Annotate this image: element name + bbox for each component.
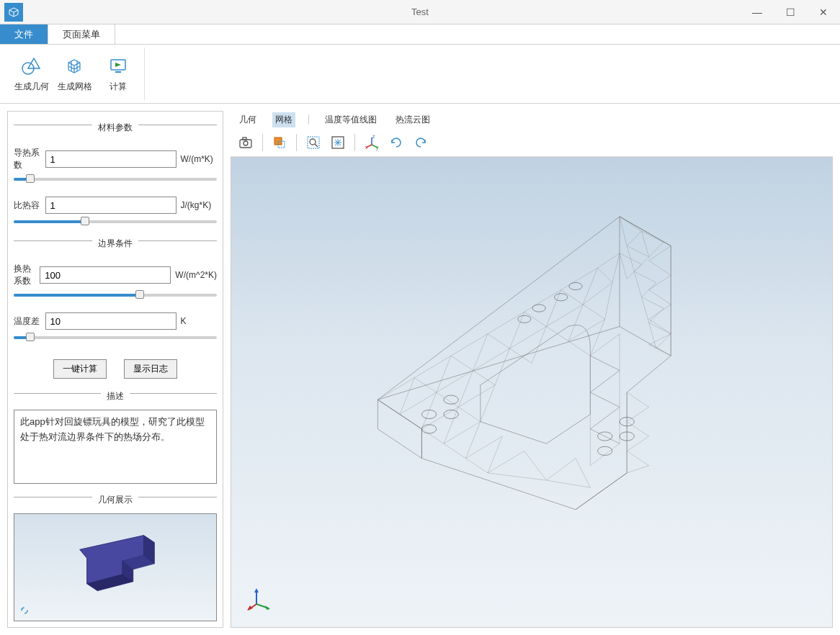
specific-heat-input[interactable] <box>45 197 177 214</box>
camera-icon <box>238 135 254 150</box>
material-params-title: 材料参数 <box>92 122 138 134</box>
svg-point-23 <box>518 315 531 323</box>
rotate-left-icon <box>388 135 404 150</box>
material-params-fieldset: 材料参数 <box>14 117 217 137</box>
viewport-axis-triad-icon <box>246 584 274 613</box>
window-controls: — ☐ ✕ <box>741 0 840 24</box>
svg-point-21 <box>444 395 458 404</box>
generate-geometry-button[interactable]: 生成几何 <box>12 49 52 99</box>
close-button[interactable]: ✕ <box>807 0 840 24</box>
temperature-diff-input[interactable] <box>45 312 177 330</box>
main-viewport[interactable] <box>231 157 833 628</box>
axis-view-button[interactable]: zyx <box>361 132 383 153</box>
heat-transfer-coeff-label: 换热系数 <box>14 263 35 287</box>
view-tabs: 几何 网格 温度等值线图 热流云图 <box>231 111 833 128</box>
generate-mesh-button[interactable]: 生成网格 <box>55 49 95 99</box>
specific-heat-unit: J/(kg*K) <box>181 200 217 210</box>
one-click-compute-button[interactable]: 一键计算 <box>53 359 107 379</box>
compute-icon <box>107 55 130 78</box>
temperature-diff-slider[interactable] <box>14 331 217 342</box>
svg-line-11 <box>315 144 318 147</box>
view-tab-geometry[interactable]: 几何 <box>236 112 259 127</box>
specific-heat-slider[interactable] <box>14 215 217 226</box>
titlebar: Test — ☐ ✕ <box>0 0 840 24</box>
svg-point-20 <box>421 425 436 433</box>
thermal-conductivity-row: 导热系数 W/(m*K) <box>14 147 217 171</box>
heat-transfer-coeff-unit: W/(m^2*K) <box>175 270 217 280</box>
zoom-window-icon <box>305 135 321 150</box>
temperature-diff-label: 温度差 <box>14 315 41 328</box>
loading-spinner-icon <box>20 606 29 615</box>
tab-page-menu[interactable]: 页面菜单 <box>48 24 115 44</box>
svg-point-3 <box>22 608 27 613</box>
mesh-icon <box>63 55 86 78</box>
app-logo-icon <box>4 3 23 22</box>
svg-point-24 <box>532 305 545 312</box>
heat-transfer-coeff-row: 换热系数 W/(m^2*K) <box>14 263 217 287</box>
geometry-icon <box>20 55 43 78</box>
heat-transfer-coeff-slider[interactable] <box>14 289 217 300</box>
ribbon-group-main: 生成几何 生成网格 <box>6 48 145 100</box>
thermal-conductivity-slider[interactable] <box>14 173 217 184</box>
tab-separator <box>308 114 309 125</box>
main-tabs: 文件 页面菜单 <box>0 24 840 45</box>
tab-file[interactable]: 文件 <box>0 24 48 44</box>
rotate-right-button[interactable] <box>410 132 432 153</box>
generate-mesh-label: 生成网格 <box>58 81 92 93</box>
zoom-window-button[interactable] <box>303 132 324 153</box>
view-tab-mesh[interactable]: 网格 <box>272 112 295 127</box>
select-box-button[interactable] <box>269 132 290 153</box>
svg-point-19 <box>421 410 436 418</box>
rotate-left-button[interactable] <box>385 132 407 153</box>
generate-geometry-label: 生成几何 <box>14 81 49 93</box>
zoom-extents-icon <box>330 135 346 150</box>
boundary-conditions-fieldset: 边界条件 <box>14 233 217 253</box>
boundary-conditions-title: 边界条件 <box>92 238 138 250</box>
temperature-diff-row: 温度差 K <box>14 312 217 330</box>
svg-text:z: z <box>372 135 375 139</box>
axis-triad-icon: zyx <box>364 135 380 150</box>
svg-point-5 <box>243 141 248 145</box>
window-title: Test <box>411 6 429 17</box>
specific-heat-label: 比热容 <box>14 199 41 212</box>
main-area: 材料参数 导热系数 W/(m*K) 比热容 J/(kg*K) 边界条件 换热系数 <box>0 104 840 635</box>
thermal-conductivity-label: 导热系数 <box>14 147 41 171</box>
description-fieldset: 描述 <box>14 386 217 405</box>
left-panel: 材料参数 导热系数 W/(m*K) 比热容 J/(kg*K) 边界条件 换热系数 <box>7 111 223 628</box>
geometry-preview-viewport[interactable] <box>14 513 217 621</box>
svg-point-10 <box>310 139 316 145</box>
svg-text:x: x <box>365 145 368 150</box>
action-buttons-row: 一键计算 显示日志 <box>14 359 217 379</box>
description-text: 此app针对回旋镖玩具的模型，研究了此模型处于热对流边界条件下的热场分布。 <box>14 410 217 484</box>
maximize-button[interactable]: ☐ <box>774 0 807 24</box>
geometry-display-title: 几何展示 <box>92 494 138 506</box>
description-title: 描述 <box>101 390 130 402</box>
svg-point-26 <box>569 282 582 289</box>
svg-rect-6 <box>243 138 246 140</box>
viewport-toolbar: zyx <box>231 128 833 157</box>
temperature-diff-unit: K <box>181 316 217 326</box>
view-tab-heat-flow[interactable]: 热流云图 <box>393 112 433 127</box>
svg-rect-2 <box>115 71 121 73</box>
svg-text:y: y <box>376 145 379 150</box>
compute-button[interactable]: 计算 <box>98 49 138 99</box>
svg-point-25 <box>555 294 568 301</box>
ribbon: 生成几何 生成网格 <box>0 45 840 104</box>
screenshot-button[interactable] <box>235 132 256 153</box>
select-box-icon <box>272 135 287 150</box>
thermal-conductivity-input[interactable] <box>45 150 177 168</box>
show-log-button[interactable]: 显示日志 <box>124 359 177 379</box>
heat-transfer-coeff-input[interactable] <box>40 266 171 284</box>
rotate-right-icon <box>413 135 429 150</box>
compute-label: 计算 <box>110 81 127 93</box>
specific-heat-row: 比热容 J/(kg*K) <box>14 197 217 214</box>
zoom-extents-button[interactable] <box>327 132 349 153</box>
view-tab-temp-contour[interactable]: 温度等值线图 <box>322 112 380 127</box>
geometry-display-fieldset: 几何展示 <box>14 490 217 509</box>
thermal-conductivity-unit: W/(m*K) <box>181 154 217 164</box>
svg-point-28 <box>598 446 612 455</box>
mesh-rendering <box>231 158 832 627</box>
right-panel: 几何 网格 温度等值线图 热流云图 zyx <box>231 111 833 628</box>
minimize-button[interactable]: — <box>741 0 774 24</box>
